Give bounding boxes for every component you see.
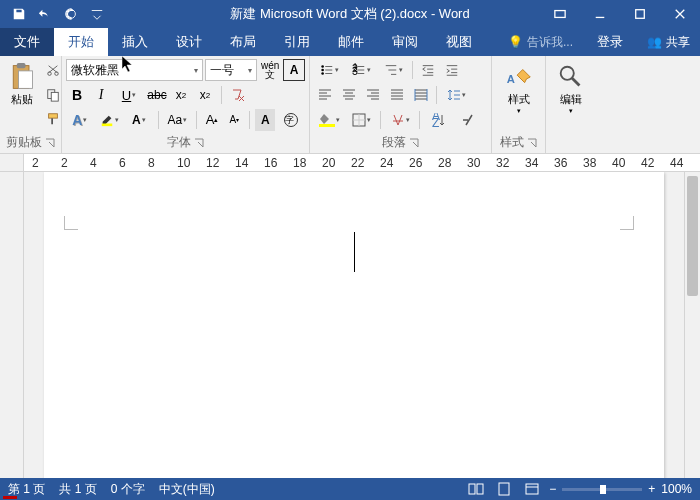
cut-icon[interactable]: [42, 60, 64, 82]
clipboard-icon: [8, 62, 36, 92]
share-button[interactable]: 👥共享: [637, 34, 700, 51]
tab-view[interactable]: 视图: [432, 28, 486, 56]
svg-rect-4: [17, 63, 26, 68]
grow-font-icon[interactable]: A▴: [202, 109, 222, 131]
character-border-icon[interactable]: A: [283, 59, 305, 81]
asian-layout-icon[interactable]: ▾: [385, 109, 415, 131]
borders-icon[interactable]: ▾: [346, 109, 376, 131]
redo-icon[interactable]: [60, 3, 82, 25]
decrease-indent-icon[interactable]: [417, 59, 439, 81]
status-total-pages[interactable]: 共 1 页: [59, 481, 96, 498]
paragraph-marks-icon[interactable]: [456, 109, 478, 131]
underline-icon[interactable]: U▾: [114, 84, 144, 106]
paragraph-launcher-icon[interactable]: [408, 137, 420, 149]
svg-rect-2: [636, 10, 645, 19]
web-layout-icon[interactable]: [521, 478, 543, 500]
margin-marker: [64, 216, 78, 230]
svg-text:3: 3: [352, 66, 358, 78]
status-language[interactable]: 中文(中国): [159, 481, 215, 498]
font-name-combo[interactable]: 微软雅黑▾: [66, 59, 203, 81]
align-center-icon[interactable]: [338, 84, 360, 106]
multilevel-list-icon[interactable]: ▾: [378, 59, 408, 81]
tab-design[interactable]: 设计: [162, 28, 216, 56]
minimize-icon[interactable]: [580, 0, 620, 28]
status-word-count[interactable]: 0 个字: [111, 481, 145, 498]
read-mode-icon[interactable]: [465, 478, 487, 500]
ruler-horizontal[interactable]: 2246810121416182022242628303234363840424…: [0, 154, 700, 172]
tab-home[interactable]: 开始: [54, 28, 108, 56]
line-spacing-icon[interactable]: ▾: [441, 84, 471, 106]
char-shading-icon[interactable]: A: [255, 109, 275, 131]
status-bar: 第 1 页 共 1 页 0 个字 中文(中国) − + 100%: [0, 478, 700, 500]
tab-insert[interactable]: 插入: [108, 28, 162, 56]
clipboard-launcher-icon[interactable]: [44, 137, 56, 149]
svg-rect-7: [51, 92, 58, 101]
tab-file[interactable]: 文件: [0, 28, 54, 56]
text-effects-icon[interactable]: A▾: [66, 109, 94, 131]
print-layout-icon[interactable]: [493, 478, 515, 500]
login-button[interactable]: 登录: [583, 33, 637, 51]
shading-icon[interactable]: ▾: [314, 109, 344, 131]
superscript-icon[interactable]: x2: [194, 84, 216, 106]
styles-launcher-icon[interactable]: [526, 137, 538, 149]
phonetic-guide-icon[interactable]: wén文: [259, 59, 281, 81]
clipboard-group-label: 剪贴板: [6, 134, 42, 151]
paste-button[interactable]: 粘贴: [4, 58, 40, 132]
tab-references[interactable]: 引用: [270, 28, 324, 56]
ruler-vertical[interactable]: [0, 172, 24, 478]
shrink-font-icon[interactable]: A▾: [224, 109, 244, 131]
numbering-icon[interactable]: 123▾: [346, 59, 376, 81]
editing-button[interactable]: 编辑▾: [550, 58, 592, 119]
tab-mail[interactable]: 邮件: [324, 28, 378, 56]
align-justify-icon[interactable]: [386, 84, 408, 106]
increase-indent-icon[interactable]: [441, 59, 463, 81]
status-page[interactable]: 第 1 页: [8, 481, 45, 498]
svg-text:A: A: [506, 73, 514, 85]
enclose-char-icon[interactable]: 字: [277, 109, 305, 131]
format-painter-icon[interactable]: [42, 108, 64, 130]
styles-icon: A: [504, 62, 534, 92]
align-distributed-icon[interactable]: [410, 84, 432, 106]
change-case-icon[interactable]: Aa▾: [164, 109, 192, 131]
title-bar: 新建 Microsoft Word 文档 (2).docx - Word: [0, 0, 700, 28]
svg-point-10: [321, 66, 324, 69]
scrollbar-vertical[interactable]: [684, 172, 700, 478]
maximize-icon[interactable]: [620, 0, 660, 28]
strikethrough-icon[interactable]: abc: [146, 84, 168, 106]
bullets-icon[interactable]: ▾: [314, 59, 344, 81]
clear-format-icon[interactable]: [227, 84, 249, 106]
svg-rect-23: [477, 484, 483, 494]
share-icon: 👥: [647, 35, 662, 49]
qat-customize-icon[interactable]: [86, 3, 108, 25]
subscript-icon[interactable]: x2: [170, 84, 192, 106]
undo-icon[interactable]: [34, 3, 56, 25]
svg-rect-25: [526, 484, 538, 494]
styles-button[interactable]: A 样式▾: [496, 58, 541, 119]
svg-rect-5: [19, 71, 33, 89]
save-icon[interactable]: [8, 3, 30, 25]
zoom-level[interactable]: 100%: [661, 482, 692, 496]
zoom-out-icon[interactable]: −: [549, 482, 556, 496]
bold-icon[interactable]: B: [66, 84, 88, 106]
lightbulb-icon: 💡: [508, 35, 523, 49]
tab-review[interactable]: 审阅: [378, 28, 432, 56]
align-left-icon[interactable]: [314, 84, 336, 106]
close-icon[interactable]: [660, 0, 700, 28]
align-right-icon[interactable]: [362, 84, 384, 106]
italic-icon[interactable]: I: [90, 84, 112, 106]
svg-rect-24: [499, 483, 509, 495]
highlight-icon[interactable]: ▾: [96, 109, 124, 131]
svg-rect-16: [319, 124, 335, 127]
zoom-slider[interactable]: [562, 488, 642, 491]
window-title: 新建 Microsoft Word 文档 (2).docx - Word: [230, 5, 469, 23]
sort-icon[interactable]: AZ: [424, 109, 454, 131]
font-launcher-icon[interactable]: [193, 137, 205, 149]
tab-layout[interactable]: 布局: [216, 28, 270, 56]
zoom-in-icon[interactable]: +: [648, 482, 655, 496]
document-area[interactable]: [24, 172, 684, 478]
font-size-combo[interactable]: 一号▾: [205, 59, 257, 81]
copy-icon[interactable]: [42, 84, 64, 106]
tell-me-search[interactable]: 💡告诉我...: [498, 34, 583, 51]
ribbon-options-icon[interactable]: [540, 0, 580, 28]
font-color-icon[interactable]: A▾: [125, 109, 153, 131]
